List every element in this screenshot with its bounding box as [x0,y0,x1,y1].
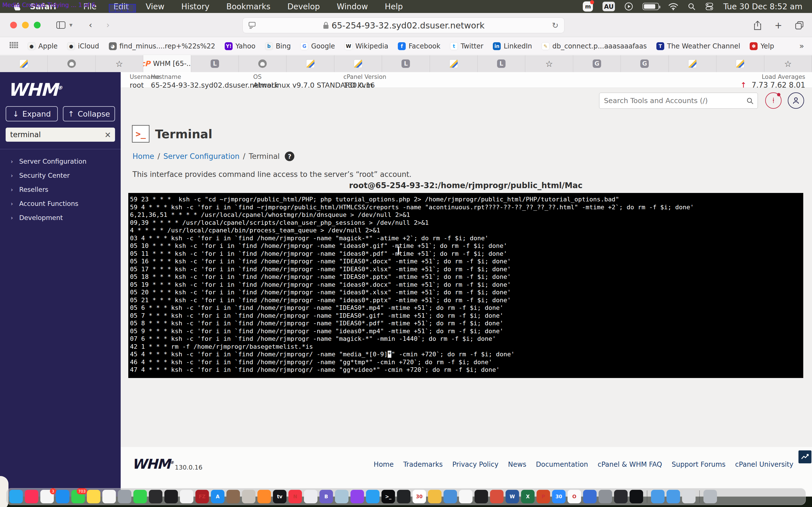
address-bar[interactable]: 65-254-93-32.syd02.dsuser.network ↻ [243,17,564,33]
bookmark-item[interactable]: TThe Weather Channel [656,42,740,50]
dock-icon-media-app[interactable] [629,490,643,503]
dock-icon-reminders[interactable]: 3 [40,490,54,503]
dock-icon-safari-app[interactable] [366,490,379,503]
bookmark-item[interactable]: ●iCloud [67,42,99,50]
control-center-icon[interactable] [705,2,714,11]
dock-icon-launchpad[interactable] [118,490,132,503]
dock-icon-dark-app-2[interactable] [614,490,627,503]
tools-search-input[interactable] [599,97,746,105]
sidebar-item-resellers[interactable]: ›Resellers [0,182,121,196]
footer-link-documentation[interactable]: Documentation [536,460,588,468]
dock-icon-gimp[interactable] [226,490,240,503]
menubar-item-develop[interactable]: Develop [279,0,328,13]
menubar-item-view[interactable]: View [137,0,173,13]
dock-icon-calculator[interactable] [149,490,162,503]
dock-icon-chrome[interactable] [428,490,442,503]
tab[interactable] [669,55,716,72]
bookmark-item[interactable]: ✽Yelp [750,42,774,50]
terminal-output[interactable]: 59 23 * * * ksh -c "cd ~rjmprogr/public_… [128,193,803,378]
footer-link-news[interactable]: News [508,460,526,468]
dock-icon-word[interactable]: W [506,490,519,503]
footer-link-privacy-policy[interactable]: Privacy Policy [452,460,499,468]
feedback-chart-icon[interactable] [799,450,811,463]
tab[interactable]: L [477,55,525,72]
dock-icon-calendar[interactable]: 30 [412,490,426,503]
wifi-icon[interactable] [668,3,678,10]
menubar-clock[interactable]: Tue 30 Dec 8:52 am [723,2,802,11]
breadcrumb-home-link[interactable]: Home [133,152,154,161]
menubar-item-window[interactable]: Window [328,0,376,13]
new-tab-icon[interactable]: + [774,20,782,31]
dock-icon-music[interactable] [25,490,38,503]
expand-button[interactable]: ↓ Expand [6,106,58,121]
footer-link-home[interactable]: Home [373,460,394,468]
tab[interactable] [287,55,334,72]
collapse-button[interactable]: ↑ Collapse [63,106,115,121]
bookmark-item[interactable]: Y!Yahoo [225,42,255,50]
chevron-down-icon[interactable]: ▾ [69,21,72,29]
menubar-item-bookmarks[interactable]: Bookmarks [218,0,279,13]
tools-search[interactable] [599,93,758,109]
dock-icon-filezilla[interactable]: FZ [195,490,209,503]
dock-icon-messages[interactable]: 703 [71,490,85,503]
sidebar-search-input[interactable] [6,128,115,142]
tab-overview-icon[interactable] [795,21,804,30]
tab[interactable]: L [191,55,239,72]
bookmark-item[interactable]: GGoogle [300,42,335,50]
sidebar-item-server-configuration[interactable]: ›Server Configuration [0,154,121,168]
dock-icon-grapher[interactable] [102,490,116,503]
tab[interactable]: ☆ [764,55,812,72]
dock-icon-wilber[interactable] [242,490,255,503]
help-icon[interactable]: ? [285,152,294,161]
dock-icon-opera[interactable]: O [567,490,581,503]
back-button[interactable]: ‹ [89,20,92,30]
dock-icon-trash[interactable] [703,490,717,503]
dock-icon-powerpoint[interactable]: P [537,490,550,503]
dock-icon-docs[interactable] [444,490,457,503]
dock-icon-kaleido[interactable] [490,490,504,503]
favorites-grid-icon[interactable] [10,42,18,50]
footer-link-trademarks[interactable]: Trademarks [403,460,443,468]
dock-icon-finder[interactable] [9,490,23,503]
dock-icon-notes[interactable] [87,490,100,503]
share-icon[interactable] [754,20,762,30]
battery-icon[interactable] [643,3,659,10]
sidebar-item-account-functions[interactable]: ›Account Functions [0,196,121,211]
dock-icon-apple-tv[interactable]: tv [273,490,287,503]
tab[interactable]: G [573,55,621,72]
dock-icon-textedit[interactable] [180,490,193,503]
reader-view-icon[interactable] [248,22,256,29]
bookmarks-overflow-icon[interactable]: » [799,41,804,51]
bookmark-item[interactable]: bBing [265,42,291,50]
sidebar-item-development[interactable]: ›Development [0,211,121,225]
close-window-button[interactable] [10,22,17,29]
dock-icon-dark-app[interactable] [474,490,488,503]
tab[interactable] [239,55,287,72]
minimize-window-button[interactable] [22,22,29,29]
dock-icon-terminal-2[interactable]: >_ [382,490,395,503]
dock-icon-mail[interactable] [56,490,69,503]
bookmark-item[interactable]: inLinkedIn [493,42,532,50]
footer-link-cpanel-university[interactable]: cPanel University [735,460,794,468]
dock-icon-folder-2[interactable] [666,490,680,503]
tab[interactable]: ☆ [525,55,573,72]
dock-icon-news[interactable]: N [289,490,302,503]
dock-icon-podcasts[interactable] [350,490,364,503]
menubar-item-history[interactable]: History [173,0,218,13]
tab[interactable] [335,55,382,72]
tab[interactable]: ☆ [96,55,143,72]
tab[interactable]: L [382,55,430,72]
tab[interactable]: G [621,55,668,72]
dock-icon-zoom[interactable]: 30 [552,490,566,503]
tab[interactable] [0,55,48,72]
tab-whm-active[interactable]: cPWHM [65-... [143,55,191,72]
dock-icon-terminal-app[interactable] [164,490,178,503]
clear-search-icon[interactable]: ✕ [105,130,111,140]
menubar-item-help[interactable]: Help [376,0,411,13]
dock-icon-bbedit[interactable]: B [319,490,333,503]
bookmark-item[interactable]: tTwitter [450,42,483,50]
dock-icon-iterm[interactable] [397,490,410,503]
refresh-icon[interactable]: ↻ [552,21,559,30]
forward-button[interactable]: › [106,20,110,30]
bookmark-item[interactable]: fFacebook [398,42,441,50]
